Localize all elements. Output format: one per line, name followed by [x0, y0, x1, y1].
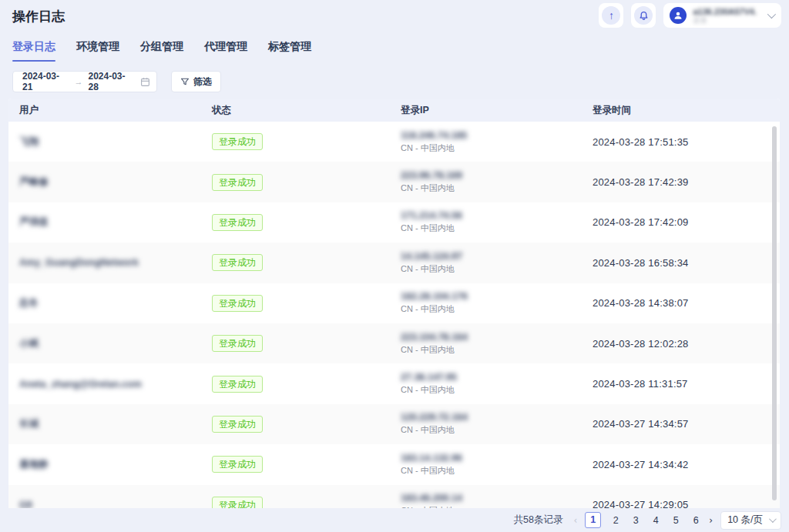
chevron-down-icon [769, 515, 777, 523]
ip-region: CN - 中国内地 [401, 142, 593, 154]
ip-address: 183.46.200.14 [401, 493, 593, 504]
bell-icon [634, 6, 653, 25]
page-number-1[interactable]: 1 [585, 512, 601, 528]
user-cell: 慕海静 [19, 458, 212, 471]
ip-address: 223.104.78.164 [401, 332, 593, 343]
ip-region: CN - 中国内地 [401, 344, 593, 356]
tab-bar: 登录日志 环境管理 分组管理 代理管理 标签管理 [12, 40, 311, 62]
vertical-scrollbar[interactable] [772, 126, 777, 500]
table-row: 小斌 登录成功 223.104.78.164 CN - 中国内地 2024-03… [8, 323, 780, 363]
ip-address: 118.246.74.185 [401, 130, 593, 141]
ip-region: CN - 中国内地 [401, 223, 593, 234]
time-cell: 2024-03-28 16:58:34 [593, 257, 780, 269]
time-cell: 2024-03-28 14:38:07 [593, 297, 780, 309]
table-body: 飞翔 登录成功 118.246.74.185 CN - 中国内地 2024-03… [8, 122, 780, 525]
ip-cell: 171.214.74.56 CN - 中国内地 [401, 210, 593, 234]
page-size-select[interactable]: 10 条/页 [720, 511, 781, 530]
time-cell: 2024-03-27 14:34:42 [593, 459, 780, 470]
user-name: a136.230A57V4. [693, 7, 757, 17]
status-badge: 登录成功 [212, 376, 263, 393]
user-cell: Amy_GuangDongNetwork [19, 257, 212, 268]
table-row: 慕海静 登录成功 183.14.132.96 CN - 中国内地 2024-03… [8, 444, 780, 484]
status-cell: 登录成功 [212, 254, 401, 271]
page-number-4[interactable]: 4 [650, 515, 661, 526]
status-badge: 登录成功 [212, 456, 263, 473]
tab-proxy[interactable]: 代理管理 [204, 40, 247, 62]
status-cell: 登录成功 [212, 295, 401, 312]
time-cell: 2024-03-28 12:02:28 [593, 338, 780, 350]
table-row: Amy_GuangDongNetwork 登录成功 14.145.124.97 … [8, 243, 780, 283]
total-records-label: 共58条记录 [514, 514, 563, 527]
status-cell: 登录成功 [212, 456, 401, 473]
user-cell: 严强值 [19, 216, 212, 229]
time-cell: 2024-03-28 11:31:57 [593, 378, 780, 390]
user-profile-menu[interactable]: a136.230A57V4. 企业 [663, 3, 781, 28]
user-cell: 严峰修 [19, 176, 212, 189]
tab-label[interactable]: 标签管理 [268, 40, 311, 62]
tab-login-log[interactable]: 登录日志 [12, 40, 55, 62]
column-header-status: 状态 [212, 104, 401, 117]
ip-cell: 120.229.72.164 CN - 中国内地 [401, 412, 593, 436]
status-badge: 登录成功 [212, 416, 263, 433]
user-subtitle: 企业 [693, 16, 757, 24]
page-number-2[interactable]: 2 [610, 515, 621, 526]
ip-address: 14.145.124.97 [401, 251, 593, 262]
date-range-picker[interactable]: 2024-03-21 → 2024-03-28 [12, 71, 157, 92]
status-badge: 登录成功 [212, 214, 263, 231]
table-row: Aneta_zhang@Orelan.com 登录成功 27.38.147.95… [8, 363, 780, 403]
next-page-button[interactable]: › [707, 515, 714, 526]
ip-region: CN - 中国内地 [401, 465, 593, 477]
table-row: 志冬 登录成功 182.28.104.176 CN - 中国内地 2024-03… [8, 283, 780, 323]
user-cell: 飞翔 [19, 136, 212, 149]
filter-button-label: 筛选 [193, 75, 212, 89]
ip-address: 120.229.72.164 [401, 412, 593, 423]
status-badge: 登录成功 [212, 174, 263, 191]
status-badge: 登录成功 [212, 133, 263, 150]
tab-environment[interactable]: 环境管理 [76, 40, 119, 62]
table-header-row: 用户 状态 登录IP 登录时间 [8, 99, 780, 122]
header-actions: ↑ a136.230A57V4. 企业 [599, 3, 781, 28]
status-badge: 登录成功 [212, 295, 263, 312]
date-start: 2024-03-21 [22, 71, 69, 92]
page-number-6[interactable]: 6 [690, 515, 701, 526]
page-number-5[interactable]: 5 [670, 515, 681, 526]
ip-cell: 223.104.78.164 CN - 中国内地 [401, 332, 593, 356]
login-log-table: 用户 状态 登录IP 登录时间 飞翔 登录成功 118.246.74.185 C… [8, 99, 780, 532]
ip-address: 171.214.74.56 [401, 210, 593, 221]
user-cell: 小斌 [19, 337, 212, 350]
ip-address: 182.28.104.176 [401, 291, 593, 302]
page-size-label: 10 条/页 [727, 514, 763, 527]
ip-cell: 27.38.147.95 CN - 中国内地 [401, 372, 593, 396]
ip-address: 223.96.78.169 [401, 170, 593, 181]
ip-cell: 14.145.124.97 CN - 中国内地 [401, 251, 593, 275]
status-badge: 登录成功 [212, 254, 263, 271]
table-row: 飞翔 登录成功 118.246.74.185 CN - 中国内地 2024-03… [8, 122, 780, 162]
time-cell: 2024-03-28 17:51:35 [593, 136, 780, 148]
ip-cell: 223.96.78.169 CN - 中国内地 [401, 170, 593, 194]
filter-row: 2024-03-21 → 2024-03-28 筛选 [12, 71, 221, 92]
calendar-icon [140, 77, 150, 87]
table-row: 长城 登录成功 120.229.72.164 CN - 中国内地 2024-03… [8, 404, 780, 444]
ip-region: CN - 中国内地 [401, 303, 593, 315]
status-cell: 登录成功 [212, 376, 401, 393]
date-arrow-icon: → [75, 77, 83, 86]
ip-address: 183.14.132.96 [401, 453, 593, 463]
scroll-top-button[interactable]: ↑ [599, 3, 623, 28]
time-cell: 2024-03-27 14:34:57 [593, 418, 780, 430]
chevron-down-icon [767, 10, 776, 18]
filter-button[interactable]: 筛选 [171, 71, 221, 92]
arrow-up-icon: ↑ [602, 6, 620, 25]
prev-page-button[interactable]: ‹ [572, 515, 579, 526]
status-cell: 登录成功 [212, 416, 401, 433]
user-cell: 志冬 [19, 296, 212, 309]
page-number-3[interactable]: 3 [630, 515, 641, 526]
table-row: 严峰修 登录成功 223.96.78.169 CN - 中国内地 2024-03… [8, 162, 780, 202]
tab-group[interactable]: 分组管理 [140, 40, 183, 62]
funnel-icon [180, 77, 190, 86]
user-avatar-icon [670, 7, 687, 24]
notification-button[interactable] [631, 3, 656, 28]
column-header-time: 登录时间 [593, 104, 780, 117]
date-end: 2024-03-28 [89, 71, 136, 92]
user-info: a136.230A57V4. 企业 [693, 7, 757, 25]
top-header: 操作日志 ↑ a136.230A57V4. [0, 0, 789, 32]
